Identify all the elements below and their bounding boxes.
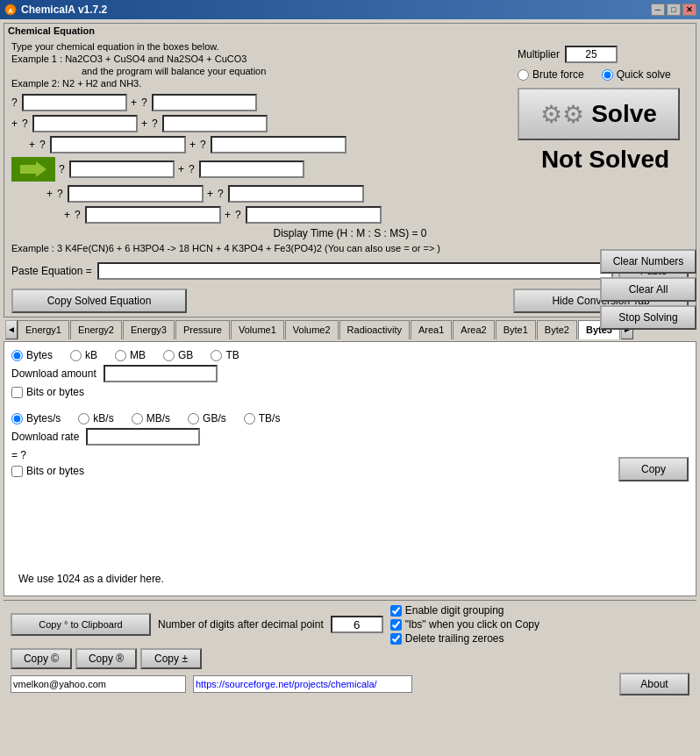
eq-input-11[interactable] (85, 206, 221, 224)
bits-bytes-checkbox-label-2[interactable]: Bits or bytes (11, 465, 689, 477)
clear-all-button[interactable]: Clear All (600, 277, 696, 302)
mb-s-radio-label[interactable]: MB/s (132, 412, 170, 424)
clear-numbers-button[interactable]: Clear Numbers (600, 249, 696, 274)
about-button[interactable]: About (619, 673, 689, 695)
delete-trailing-label[interactable]: Delete trailing zeroes (390, 632, 539, 645)
tab-byte1[interactable]: Byte1 (496, 320, 536, 339)
tab-radioactivity[interactable]: Radioactivity (339, 320, 410, 339)
solve-btn-content: ⚙⚙ Solve (540, 100, 657, 129)
section-title: Chemical Equation (4, 24, 696, 38)
copy-button[interactable]: Copy (618, 457, 689, 481)
storage-unit-group: Bytes kB MB GB TB (11, 349, 689, 361)
quick-solve-radio[interactable] (602, 69, 613, 81)
eq-input-8[interactable] (199, 160, 304, 178)
gb-radio[interactable] (163, 350, 175, 361)
close-button[interactable]: ✕ (682, 4, 696, 16)
not-solved-label: Not Solved (518, 146, 693, 174)
delete-trailing-checkbox[interactable] (390, 633, 402, 645)
eq-row-6: + ? + ? (11, 206, 506, 224)
enable-digit-grouping-checkbox[interactable] (390, 605, 402, 617)
copy-clipboard-button[interactable]: Copy ° to Clipboard (11, 613, 151, 636)
equal-q-label: = ? (11, 449, 689, 461)
bytes-radio-label[interactable]: Bytes (11, 349, 53, 361)
url-field[interactable] (193, 675, 412, 693)
svg-marker-2 (20, 161, 46, 177)
kb-s-radio-label[interactable]: kB/s (78, 412, 113, 424)
download-amount-input[interactable] (104, 365, 218, 382)
bottom-row3: About (11, 673, 689, 695)
maximize-button[interactable]: □ (667, 4, 681, 16)
kb-s-radio[interactable] (78, 413, 89, 424)
eq-input-6[interactable] (211, 136, 346, 153)
kb-radio[interactable] (70, 350, 82, 361)
bits-bytes-checkbox-label-1[interactable]: Bits or bytes (11, 386, 689, 398)
eq-input-7[interactable] (69, 160, 175, 178)
solve-button[interactable]: ⚙⚙ Solve (518, 88, 680, 140)
email-field[interactable] (11, 675, 186, 693)
side-buttons: Clear Numbers Clear All Stop Solving (600, 249, 696, 330)
enable-digit-grouping-label[interactable]: Enable digit grouping (390, 604, 539, 617)
lbs-label[interactable]: "lbs" when you click on Copy (390, 618, 539, 631)
eq-row-1: ? + ? (11, 94, 506, 111)
gb-radio-label[interactable]: GB (163, 349, 193, 361)
example3: Example : 3 K4Fe(CN)6 + 6 H3PO4 -> 18 HC… (4, 243, 696, 253)
kb-radio-label[interactable]: kB (70, 349, 97, 361)
tab-scroll-left[interactable]: ◄ (5, 320, 18, 339)
download-rate-input[interactable] (86, 428, 200, 446)
chemical-equation-section: Chemical Equation Type your chemical equ… (4, 23, 696, 317)
tb-radio[interactable] (211, 350, 222, 361)
rate-unit-group: Bytes/s kB/s MB/s GB/s TB/s (11, 412, 689, 424)
bytes-s-radio[interactable] (11, 413, 23, 424)
tab-byte2[interactable]: Byte2 (537, 320, 577, 339)
multiplier-input[interactable] (565, 46, 618, 63)
minimize-button[interactable]: ─ (651, 4, 665, 16)
copy-c-button[interactable]: Copy © (11, 648, 72, 669)
bytes-radio[interactable] (11, 350, 23, 361)
eq-input-1[interactable] (22, 94, 127, 111)
gb-s-radio-label[interactable]: GB/s (188, 412, 226, 424)
download-rate-label: Download rate (11, 431, 79, 443)
tab-area2[interactable]: Area2 (453, 320, 494, 339)
mb-radio-label[interactable]: MB (115, 349, 146, 361)
brute-force-radio-label[interactable]: Brute force (518, 68, 584, 81)
copy-pm-button[interactable]: Copy ± (140, 648, 202, 669)
window-title: ChemicalA v1.7.2 (21, 4, 651, 16)
bytes-s-radio-label[interactable]: Bytes/s (11, 412, 61, 424)
mb-s-radio[interactable] (132, 413, 143, 424)
gb-s-radio[interactable] (188, 413, 199, 424)
eq-input-5[interactable] (50, 136, 186, 153)
arrow-button[interactable] (11, 157, 55, 182)
tab-energy1[interactable]: Energy1 (18, 320, 69, 339)
eq-input-3[interactable] (32, 115, 138, 132)
tab-volume1[interactable]: Volume1 (231, 320, 284, 339)
bits-bytes-row2: Bits or bytes (11, 465, 689, 477)
eq-input-10[interactable] (228, 185, 364, 203)
stop-solving-button[interactable]: Stop Solving (600, 305, 696, 330)
eq-input-12[interactable] (246, 206, 382, 224)
tab-volume2[interactable]: Volume2 (285, 320, 339, 339)
eq-row-5: + ? + ? (11, 185, 506, 203)
tab-pressure[interactable]: Pressure (175, 320, 230, 339)
mb-radio[interactable] (115, 350, 126, 361)
bits-bytes-checkbox-2[interactable] (11, 466, 23, 477)
download-amount-row: Download amount (11, 365, 689, 382)
tab-energy3[interactable]: Energy3 (123, 320, 175, 339)
lbs-checkbox[interactable] (390, 619, 402, 631)
eq-input-4[interactable] (162, 115, 268, 132)
digits-input[interactable] (331, 616, 383, 633)
tb-s-radio[interactable] (244, 413, 255, 424)
tab-energy2[interactable]: Energy2 (70, 320, 122, 339)
eq-input-9[interactable] (68, 185, 204, 203)
tb-s-radio-label[interactable]: TB/s (244, 412, 281, 424)
copy-solved-equation-button[interactable]: Copy Solved Equation (11, 289, 187, 313)
eq-input-2[interactable] (152, 94, 257, 111)
bits-bytes-checkbox-1[interactable] (11, 387, 23, 398)
tab-area1[interactable]: Area1 (411, 320, 452, 339)
tb-radio-label[interactable]: TB (211, 349, 239, 361)
paste-input[interactable] (97, 262, 613, 280)
copy-r-button[interactable]: Copy ® (75, 648, 137, 669)
gear-icon: ⚙⚙ (540, 100, 584, 129)
brute-force-radio[interactable] (518, 69, 529, 81)
multiplier-row: Multiplier (518, 46, 693, 63)
quick-solve-radio-label[interactable]: Quick solve (602, 68, 671, 81)
